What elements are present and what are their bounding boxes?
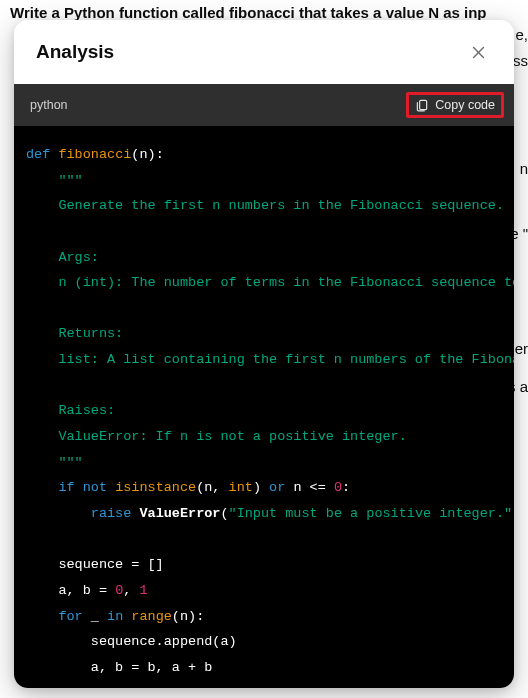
bg-frag: e, — [515, 26, 528, 43]
code-content: def fibonacci(n): """ Generate the first… — [14, 126, 514, 688]
code-body[interactable]: def fibonacci(n): """ Generate the first… — [14, 126, 514, 688]
close-button[interactable] — [464, 38, 492, 66]
code-header: python Copy code — [14, 84, 514, 126]
copy-code-button[interactable]: Copy code — [406, 92, 504, 118]
close-icon — [470, 44, 487, 61]
modal-title: Analysis — [36, 41, 114, 63]
bg-frag: ss — [513, 52, 528, 69]
svg-rect-2 — [420, 100, 427, 109]
modal-header: Analysis — [14, 20, 514, 84]
analysis-modal: Analysis python Copy code def fibonacci(… — [14, 20, 514, 688]
language-label: python — [30, 98, 68, 112]
bg-frag: er — [515, 340, 528, 357]
code-block: python Copy code def fibonacci(n): """ G… — [14, 84, 514, 688]
clipboard-icon — [415, 98, 429, 112]
bg-frag: n — [520, 160, 528, 177]
copy-label: Copy code — [435, 98, 495, 112]
